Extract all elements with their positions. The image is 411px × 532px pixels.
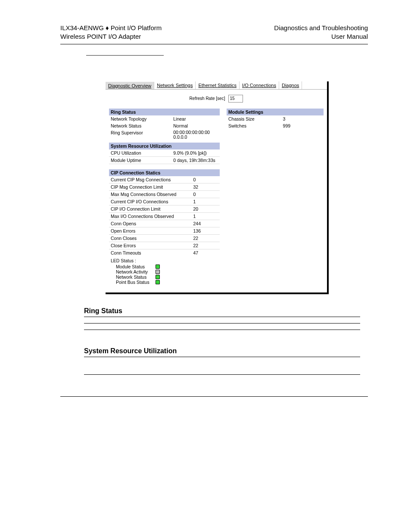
header-right-line2: User Manual	[274, 32, 368, 41]
header-right-line1: Diagnostics and Troubleshooting	[274, 24, 368, 32]
tab-diagnostics-truncated[interactable]: Diagnos	[279, 81, 302, 89]
section-underline	[86, 55, 164, 56]
row-network-status: Network Status Normal	[109, 122, 220, 129]
group-cip-connection: CIP Connection Statics	[109, 169, 220, 176]
row-ring-supervisor: Ring Supervisor 00:00:00:00:00:00 0.0.0.…	[109, 129, 220, 141]
section-system-resource-title: System Resource Utilization	[84, 347, 360, 355]
section-rule	[84, 323, 360, 324]
led-point-bus-status: Point Bus Status	[116, 280, 218, 285]
refresh-rate-label: Refresh Rate [sec]	[190, 96, 225, 101]
refresh-rate-input[interactable]	[228, 95, 243, 103]
page-header: ILX34-AENWG ♦ Point I/O Platform Wireles…	[60, 24, 368, 41]
header-left-line1: ILX34-AENWG ♦ Point I/O Platform	[60, 24, 162, 32]
row-module-uptime: Module Uptime 0 days, 19h:38m:33s	[109, 157, 220, 164]
row-conn-timeouts: Conn Timeouts47	[109, 249, 220, 256]
row-current-cip-msg: Current CIP Msg Connections0	[109, 176, 220, 184]
refresh-rate-row: Refresh Rate [sec]	[106, 90, 327, 107]
section-rule	[84, 330, 360, 330]
header-rule	[60, 44, 368, 44]
row-network-topology: Network Topology Linear	[109, 115, 220, 122]
row-conn-opens: Conn Opens244	[109, 220, 220, 227]
led-status-block: LED Status : Module Status Network Activ…	[109, 256, 220, 289]
led-status-title: LED Status :	[111, 258, 218, 263]
section-rule	[84, 374, 360, 375]
group-module-settings: Module Settings	[227, 109, 324, 115]
section-rule	[84, 357, 360, 357]
row-conn-closes: Conn Closes22	[109, 235, 220, 242]
led-icon	[156, 264, 160, 269]
tab-network-settings[interactable]: Network Settings	[154, 81, 196, 89]
row-cip-msg-limit: CIP Msg Connection Limit32	[109, 184, 220, 191]
tab-diagnostic-overview[interactable]: Diagnostic Overview	[106, 82, 154, 90]
tab-ethernet-statistics[interactable]: Ethernet Statistics	[196, 81, 240, 89]
led-network-activity: Network Activity	[116, 269, 218, 274]
led-icon	[156, 270, 160, 274]
led-icon	[156, 280, 160, 284]
row-open-errors: Open Errors136	[109, 227, 220, 235]
tab-io-connections[interactable]: I/O Connections	[240, 81, 279, 89]
tab-bar: Diagnostic Overview Network Settings Eth…	[106, 81, 327, 90]
row-max-io-observed: Max I/O Connections Observed1	[109, 213, 220, 220]
row-switches: Switches 999	[227, 122, 324, 129]
section-rule	[84, 317, 360, 317]
led-module-status: Module Status	[116, 264, 218, 269]
row-current-cip-io: Current CIP I/O Connections1	[109, 198, 220, 205]
led-icon	[156, 275, 160, 279]
header-left-line2: Wireless POINT I/O Adapter	[60, 32, 162, 41]
section-ring-status-title: Ring Status	[84, 307, 360, 315]
row-chassis-size: Chassis Size 3	[227, 115, 324, 122]
diagnostic-screenshot: Diagnostic Overview Network Settings Eth…	[106, 81, 329, 294]
led-network-status: Network Status	[116, 274, 218, 280]
row-close-errors: Close Errors22	[109, 242, 220, 249]
row-max-msg-observed: Max Msg Connections Observed0	[109, 191, 220, 198]
group-ring-status: Ring Status	[109, 109, 220, 115]
row-cpu-utilization: CPU Utilization 9.0% (9.0% [pk])	[109, 149, 220, 157]
row-cip-io-limit: CIP I/O Connection Limit20	[109, 205, 220, 213]
group-system-resource: System Resource Utilization	[109, 143, 220, 149]
footer-rule	[60, 396, 368, 397]
